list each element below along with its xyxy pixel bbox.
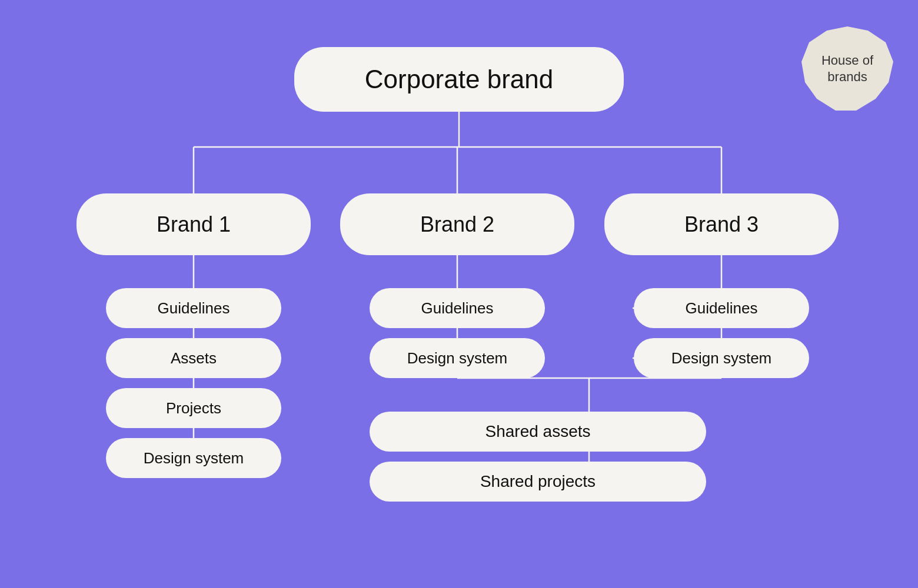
- corporate-brand-node: Corporate brand: [294, 47, 624, 112]
- brand3-guidelines-node: Guidelines: [634, 288, 809, 328]
- brand1-guidelines-node: Guidelines: [106, 288, 281, 328]
- brand1-label: Brand 1: [157, 212, 231, 237]
- brand1-projects-node: Projects: [106, 388, 281, 428]
- brand3-node: Brand 3: [604, 193, 839, 255]
- house-of-brands-text: House of brands: [815, 52, 880, 86]
- brand3-label: Brand 3: [684, 212, 759, 237]
- brand2-node: Brand 2: [340, 193, 574, 255]
- brand1-node: Brand 1: [76, 193, 311, 255]
- brand2-design-system-node: Design system: [370, 338, 545, 378]
- brand3-design-system-node: Design system: [634, 338, 809, 378]
- house-of-brands-badge: House of brands: [800, 24, 894, 115]
- diagram-container: Corporate brand Brand 1 Brand 2 Brand 3 …: [0, 0, 918, 588]
- brand2-label: Brand 2: [420, 212, 494, 237]
- shared-projects-node: Shared projects: [370, 462, 706, 502]
- corporate-brand-label: Corporate brand: [365, 65, 553, 94]
- brand2-guidelines-node: Guidelines: [370, 288, 545, 328]
- brand1-assets-node: Assets: [106, 338, 281, 378]
- brand1-design-system-node: Design system: [106, 438, 281, 478]
- shared-assets-node: Shared assets: [370, 412, 706, 452]
